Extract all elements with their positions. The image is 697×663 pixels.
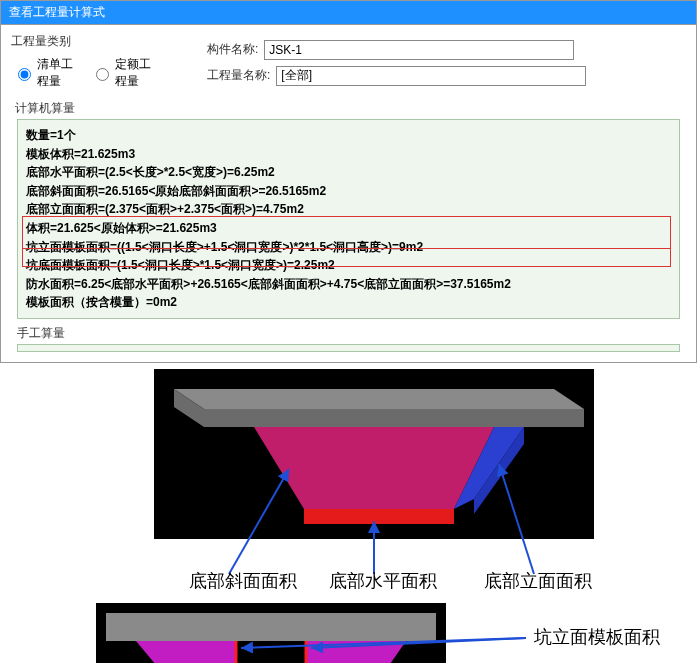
hand-section-title: 手工算量 (17, 325, 686, 342)
diagram-1: 底部斜面面积 底部水平面积 底部立面面积 (0, 369, 697, 589)
calc-line: 底部水平面积=(2.5<长度>*2.5<宽度>)=6.25m2 (26, 163, 671, 182)
qty-type-label: 工程量类别 (11, 33, 161, 50)
label-side: 坑立面模板面积 (533, 627, 660, 647)
qty-type-radios: 清单工程量 定额工程量 (13, 56, 159, 90)
svg-marker-5 (304, 509, 454, 524)
radio-quota-qty[interactable]: 定额工程量 (91, 56, 159, 90)
label-vert: 底部立面面积 (484, 571, 592, 589)
radio-quota-qty-input[interactable] (96, 68, 109, 81)
main-panel: 工程量类别 清单工程量 定额工程量 构件名称: 工程量名称: (0, 24, 697, 363)
calc-line: 数量=1个 (26, 126, 671, 145)
diagram-2: 坑立面模板面积 坑底面模板面积 涂料在线 Coatingol.com (0, 593, 697, 663)
calc-line: 体积=21.625<原始体积>=21.625m3 (26, 219, 671, 238)
calc-line: 坑底面模板面积=(1.5<洞口长度>*1.5<洞口宽度>)=2.25m2 (26, 256, 671, 275)
svg-rect-14 (236, 641, 306, 663)
radio-list-qty-label: 清单工程量 (37, 56, 81, 90)
header-row: 工程量类别 清单工程量 定额工程量 构件名称: 工程量名称: (11, 33, 686, 92)
calc-line: 底部斜面面积=26.5165<原始底部斜面面积>=26.5165m2 (26, 182, 671, 201)
window-title: 查看工程量计算式 (9, 5, 105, 19)
calc-line: 底部立面面积=(2.375<面积>+2.375<面积>)=4.75m2 (26, 200, 671, 219)
radio-list-qty[interactable]: 清单工程量 (13, 56, 81, 90)
component-name-input[interactable] (264, 40, 574, 60)
diagram-1-svg: 底部斜面面积 底部水平面积 底部立面面积 (54, 369, 644, 589)
calc-line: 模板体积=21.625m3 (26, 145, 671, 164)
label-slant: 底部斜面面积 (189, 571, 297, 589)
svg-marker-1 (174, 389, 584, 409)
calc-line: 防水面积=6.25<底部水平面积>+26.5165<底部斜面面积>+4.75<底… (26, 275, 671, 294)
radio-list-qty-input[interactable] (18, 68, 31, 81)
project-name-label: 工程量名称: (207, 67, 270, 84)
calc-result-box: 数量=1个 模板体积=21.625m3 底部水平面积=(2.5<长度>*2.5<… (17, 119, 680, 319)
component-name-label: 构件名称: (207, 41, 258, 58)
diagram-2-svg: 坑立面模板面积 坑底面模板面积 (6, 593, 686, 663)
label-horiz: 底部水平面积 (329, 571, 437, 589)
hand-result-box (17, 344, 680, 352)
project-name-input[interactable] (276, 66, 586, 86)
calc-line: 坑立面模板面积=((1.5<洞口长度>+1.5<洞口宽度>)*2*1.5<洞口高… (26, 238, 671, 257)
radio-quota-qty-label: 定额工程量 (115, 56, 159, 90)
svg-marker-3 (204, 409, 584, 427)
window-titlebar: 查看工程量计算式 (0, 0, 697, 24)
svg-rect-12 (106, 613, 436, 641)
calc-section-title: 计算机算量 (15, 100, 686, 117)
calc-line: 模板面积（按含模量）=0m2 (26, 293, 671, 312)
